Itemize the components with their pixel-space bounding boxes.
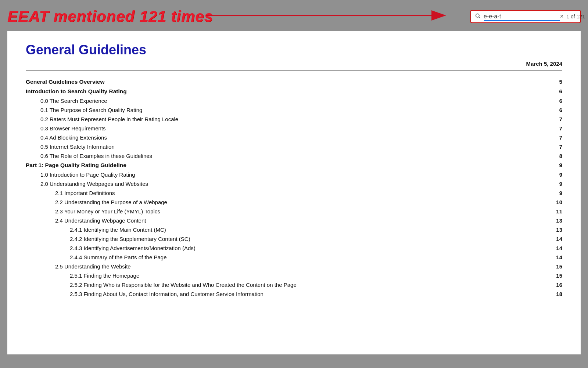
- toc-item-2.4.2[interactable]: 2.4.2 Identifying the Supplementary Cont…: [26, 234, 562, 243]
- toc-item-label: 0.4 Ad Blocking Extensions: [40, 134, 551, 141]
- document-date: March 5, 2024: [26, 61, 562, 67]
- toc-item-label: 2.4.1 Identifying the Main Content (MC): [70, 227, 551, 233]
- toc-item-page: 10: [551, 199, 562, 205]
- toc-item-page: 13: [551, 217, 562, 224]
- toc-item-2.4.1[interactable]: 2.4.1 Identifying the Main Content (MC)1…: [26, 225, 562, 234]
- toc-item-page: 6: [551, 107, 562, 113]
- toc-item-2.2[interactable]: 2.2 Understanding the Purpose of a Webpa…: [26, 198, 562, 207]
- search-clear-button[interactable]: ×: [560, 13, 563, 20]
- toc-item-label: 2.4.2 Identifying the Supplementary Cont…: [70, 236, 551, 242]
- toc-item-1.0[interactable]: 1.0 Introduction to Page Quality Rating9: [26, 170, 562, 179]
- toc-item-page: 14: [551, 254, 562, 260]
- toc-item-page: 15: [551, 263, 562, 270]
- toc-item-page: 14: [551, 245, 562, 251]
- toc-item-label: Part 1: Page Quality Rating Guideline: [26, 162, 551, 169]
- toc-item-label: 2.3 Your Money or Your Life (YMYL) Topic…: [55, 208, 551, 214]
- toc-item-0.1[interactable]: 0.1 The Purpose of Search Quality Rating…: [26, 105, 562, 115]
- toc-item-label: 2.4.4 Summary of the Parts of the Page: [70, 254, 551, 260]
- search-underline: [484, 20, 560, 21]
- toc-item-label: 2.1 Important Definitions: [55, 190, 551, 196]
- search-icon: [475, 13, 481, 20]
- toc-item-page: 15: [551, 273, 562, 279]
- search-input[interactable]: [484, 13, 557, 20]
- search-result-count: 1 of 121: [566, 14, 585, 19]
- toc-item-label: 0.3 Browser Requirements: [40, 125, 551, 131]
- toc-item-page: 18: [551, 291, 562, 297]
- toc-item-0.4[interactable]: 0.4 Ad Blocking Extensions7: [26, 133, 562, 142]
- toc-item-page: 6: [551, 98, 562, 104]
- toc-item-2.1[interactable]: 2.1 Important Definitions9: [26, 188, 562, 198]
- toc-item-label: 2.5.3 Finding About Us, Contact Informat…: [70, 291, 551, 297]
- table-of-contents: General Guidelines Overview5Introduction…: [26, 77, 562, 299]
- toc-item-page: 7: [551, 116, 562, 122]
- toc-item-label: 2.5.2 Finding Who is Responsible for the…: [70, 282, 551, 288]
- toc-item-label: 2.4 Understanding Webpage Content: [55, 217, 551, 224]
- toc-item-0.0[interactable]: 0.0 The Search Experience6: [26, 96, 562, 105]
- arrow-annotation: [206, 6, 456, 26]
- toc-item-intro-section[interactable]: Introduction to Search Quality Rating6: [26, 87, 562, 96]
- toc-item-page: 5: [551, 79, 562, 85]
- toc-item-0.2[interactable]: 0.2 Raters Must Represent People in thei…: [26, 115, 562, 124]
- toc-item-label: 2.2 Understanding the Purpose of a Webpa…: [55, 199, 551, 205]
- toc-item-0.5[interactable]: 0.5 Internet Safety Information7: [26, 142, 562, 151]
- toc-item-label: 1.0 Introduction to Page Quality Rating: [40, 172, 551, 178]
- toc-item-page: 7: [551, 144, 562, 150]
- toc-item-label: 0.1 The Purpose of Search Quality Rating: [40, 107, 551, 113]
- toc-item-page: 14: [551, 236, 562, 242]
- toc-item-label: 2.5.1 Finding the Homepage: [70, 273, 551, 279]
- toc-item-label: 0.5 Internet Safety Information: [40, 144, 551, 150]
- toc-item-page: 11: [551, 208, 562, 214]
- toc-item-page: 6: [551, 88, 562, 95]
- svg-line-3: [479, 17, 480, 18]
- toc-item-label: 0.6 The Role of Examples in these Guidel…: [40, 153, 551, 159]
- toc-item-label: Introduction to Search Quality Rating: [26, 88, 551, 95]
- toc-item-0.3[interactable]: 0.3 Browser Requirements7: [26, 124, 562, 133]
- toc-item-2.5[interactable]: 2.5 Understanding the Website15: [26, 262, 562, 271]
- toc-item-2.0[interactable]: 2.0 Understanding Webpages and Websites9: [26, 179, 562, 188]
- toc-item-2.3[interactable]: 2.3 Your Money or Your Life (YMYL) Topic…: [26, 207, 562, 216]
- svg-point-2: [476, 14, 479, 17]
- toc-item-0.6[interactable]: 0.6 The Role of Examples in these Guidel…: [26, 151, 562, 160]
- toc-item-page: 7: [551, 134, 562, 141]
- toc-item-page: 13: [551, 227, 562, 233]
- toc-item-label: General Guidelines Overview: [26, 79, 551, 85]
- toc-item-2.4[interactable]: 2.4 Understanding Webpage Content13: [26, 216, 562, 225]
- toc-item-2.5.1[interactable]: 2.5.1 Finding the Homepage15: [26, 271, 562, 280]
- toc-item-2.4.4[interactable]: 2.4.4 Summary of the Parts of the Page14: [26, 253, 562, 262]
- title-divider: [26, 70, 562, 71]
- document-title: General Guidelines: [26, 42, 562, 58]
- search-box[interactable]: × 1 of 121: [470, 10, 581, 23]
- toc-item-page: 9: [551, 162, 562, 169]
- toc-item-page: 9: [551, 181, 562, 187]
- toc-item-label: 2.5 Understanding the Website: [55, 263, 551, 270]
- toc-item-label: 2.0 Understanding Webpages and Websites: [40, 181, 551, 187]
- toc-item-page: 9: [551, 172, 562, 178]
- top-banner: EEAT mentioned 121 times × 1 of 121: [0, 0, 588, 31]
- toc-item-2.4.3[interactable]: 2.4.3 Identifying Advertisements/Monetiz…: [26, 243, 562, 253]
- toc-item-label: 2.4.3 Identifying Advertisements/Monetiz…: [70, 245, 551, 251]
- toc-item-page: 16: [551, 282, 562, 288]
- toc-item-part1[interactable]: Part 1: Page Quality Rating Guideline9: [26, 160, 562, 170]
- toc-item-label: 0.2 Raters Must Represent People in thei…: [40, 116, 551, 122]
- toc-item-label: 0.0 The Search Experience: [40, 98, 551, 104]
- toc-item-overview[interactable]: General Guidelines Overview5: [26, 77, 562, 87]
- eeat-annotation: EEAT mentioned 121 times: [7, 8, 213, 25]
- toc-item-2.5.2[interactable]: 2.5.2 Finding Who is Responsible for the…: [26, 280, 562, 289]
- toc-item-page: 7: [551, 125, 562, 131]
- toc-item-page: 9: [551, 190, 562, 196]
- toc-item-page: 8: [551, 153, 562, 159]
- toc-item-2.5.3[interactable]: 2.5.3 Finding About Us, Contact Informat…: [26, 289, 562, 299]
- document-area: General Guidelines March 5, 2024 General…: [7, 31, 581, 354]
